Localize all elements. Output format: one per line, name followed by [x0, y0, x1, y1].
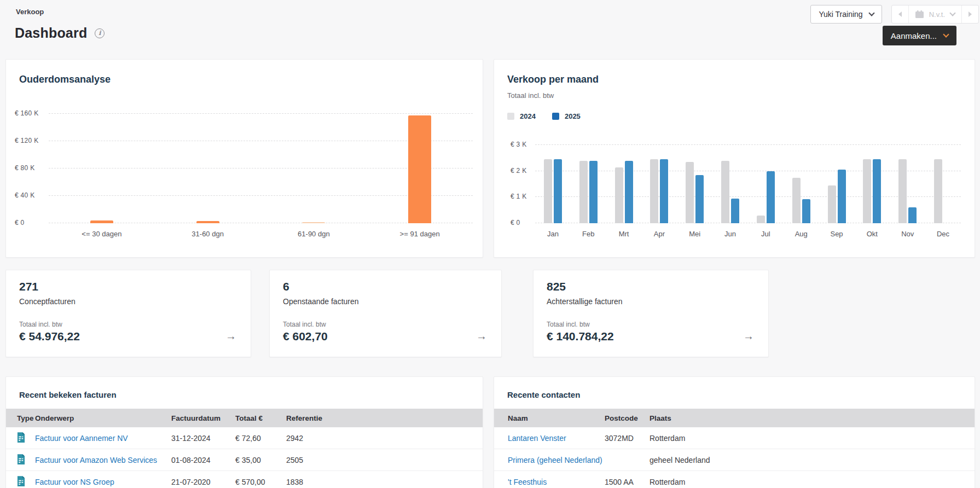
chart-bar-2024-Jan[interactable]: [544, 159, 552, 223]
x-axis-label-Sep: Sep: [819, 230, 855, 238]
chevron-right-icon: [969, 11, 972, 17]
chart-bar-2024-Feb[interactable]: [579, 161, 588, 223]
chart-bar-2025-Jul[interactable]: [767, 171, 775, 223]
type-cell: [6, 476, 35, 488]
chart-bar-2025-Jun[interactable]: [731, 199, 739, 223]
legend-item-2024: 2024: [507, 112, 536, 120]
chart-bar-2025-Mrt[interactable]: [625, 161, 633, 223]
x-axis-label-Jul: Jul: [748, 230, 784, 238]
column-header-Naam: Naam: [494, 414, 605, 422]
invoice-total-cell: € 72,60: [235, 434, 286, 443]
invoice-reference-cell: 2942: [286, 434, 483, 443]
bar-group->= 91 dagen: [367, 114, 473, 223]
company-selector-button[interactable]: Yuki Training: [810, 5, 882, 24]
x-axis-label-31-60 dgn: 31-60 dgn: [155, 230, 261, 238]
x-axis-label-61-90 dgn: 61-90 dgn: [261, 230, 367, 238]
column-header-Type: Type: [6, 414, 35, 422]
chart-bar-2024-Apr[interactable]: [650, 159, 658, 223]
chevron-down-icon: [868, 10, 874, 16]
chart-bar-2024-Nov[interactable]: [898, 159, 907, 223]
chart-bar-2025-Nov[interactable]: [908, 207, 917, 223]
period-next-button[interactable]: [961, 5, 978, 23]
invoice-date-cell: 31-12-2024: [171, 434, 235, 443]
chart-bar-2024-Aug[interactable]: [792, 178, 801, 223]
create-button[interactable]: Aanmaken...: [883, 26, 956, 45]
type-cell: [6, 432, 35, 444]
chart-bar-2025-Aug[interactable]: [802, 199, 810, 223]
create-button-label: Aanmaken...: [891, 31, 937, 40]
invoices-table-body: Factuur voor Aannemer NV31-12-2024€ 72,6…: [6, 427, 483, 488]
chart-bar-2025-Jan[interactable]: [554, 159, 562, 223]
chart-bar-2025-Apr[interactable]: [660, 159, 668, 223]
stat-amount: € 54.976,22: [19, 330, 237, 343]
bar-group-31-60 dgn: [155, 114, 261, 223]
bar-group-<= 30 dagen: [49, 114, 155, 223]
chart-bar-2024-Sep[interactable]: [828, 185, 836, 223]
period-selector-button[interactable]: N.v.t.: [908, 5, 961, 23]
period-prev-button[interactable]: [892, 5, 908, 23]
arrow-right-icon[interactable]: →: [743, 330, 754, 342]
x-axis-label-Jun: Jun: [712, 230, 748, 238]
recent-invoices-card: Recent bekeken facturen TypeOnderwerpFac…: [5, 376, 483, 488]
monthly-chart-title: Verkoop per maand: [507, 74, 599, 85]
stat-label: Conceptfacturen: [19, 297, 237, 306]
x-axis-label-Aug: Aug: [784, 230, 819, 238]
contact-place-cell: Rotterdam: [650, 478, 975, 486]
invoice-link[interactable]: Factuur voor Amazon Web Services: [35, 456, 157, 464]
bar-group-Jun: [712, 145, 748, 223]
info-icon[interactable]: i: [95, 28, 105, 38]
bar-group-Mei: [677, 145, 712, 223]
period-selector-label: N.v.t.: [929, 10, 945, 19]
chart-bar-2025-Sep[interactable]: [838, 170, 846, 223]
bar-group-Jan: [535, 145, 571, 223]
chart-bar-2025-Feb[interactable]: [589, 161, 598, 223]
breadcrumb: Verkoop: [16, 8, 44, 16]
monthly-chart-x-axis: JanFebMrtAprMeiJunJulAugSepOktNovDec: [535, 230, 961, 238]
arrow-right-icon[interactable]: →: [225, 330, 236, 342]
chart-bar-2024-Mei[interactable]: [686, 162, 694, 223]
bar-group-Okt: [854, 145, 890, 223]
contact-link[interactable]: 't Feesthuis: [508, 478, 547, 486]
invoice-total-cell: € 570,00: [235, 478, 286, 486]
x-axis-label-Nov: Nov: [890, 230, 925, 238]
table-row: Primera (geheel Nederland)geheel Nederla…: [494, 449, 975, 471]
legend-swatch-icon: [552, 113, 559, 120]
chart-bar-2024-Mrt[interactable]: [615, 167, 623, 223]
contact-name-cell: Primera (geheel Nederland): [494, 456, 605, 464]
stat-count: 6: [283, 280, 488, 293]
chart-bar-2024-Jul[interactable]: [757, 216, 765, 223]
invoice-date-cell: 21-07-2020: [171, 478, 235, 486]
calendar-icon: [915, 10, 924, 18]
chart-bar-2025-Mei[interactable]: [695, 175, 704, 223]
bar-group-Mrt: [606, 145, 642, 223]
chart-bar-61-90 dgn[interactable]: [302, 222, 325, 223]
stat-label: Openstaande facturen: [283, 297, 488, 306]
x-axis-label->= 91 dagen: >= 91 dagen: [367, 230, 473, 238]
stat-card-1: 6Openstaande facturenTotaal incl. btw€ 6…: [269, 270, 502, 357]
monthly-chart-legend: 20242025: [507, 112, 581, 120]
chart-bar-2024-Jun[interactable]: [721, 161, 729, 223]
chart-bar-2024-Dec[interactable]: [934, 159, 942, 223]
period-selector-group: N.v.t.: [891, 5, 979, 24]
y-axis-tick-label: € 160 K: [15, 109, 48, 117]
contact-link[interactable]: Lantaren Venster: [508, 434, 566, 443]
stat-count: 825: [547, 280, 755, 293]
tables-row: Recent bekeken facturen TypeOnderwerpFac…: [5, 376, 975, 488]
invoice-link[interactable]: Factuur voor Aannemer NV: [35, 434, 128, 443]
contact-link[interactable]: Primera (geheel Nederland): [508, 456, 602, 464]
chart-bar-2025-Okt[interactable]: [873, 159, 881, 223]
chart-bar-2024-Okt[interactable]: [863, 159, 871, 223]
chart-bar-31-60 dgn[interactable]: [196, 221, 219, 224]
contact-place-cell: Rotterdam: [650, 434, 975, 443]
x-axis-label-<= 30 dagen: <= 30 dagen: [49, 230, 155, 238]
invoice-link[interactable]: Factuur voor NS Groep: [35, 478, 114, 486]
bar-group-61-90 dgn: [261, 114, 367, 223]
arrow-right-icon[interactable]: →: [476, 330, 487, 342]
chart-bar-<= 30 dagen[interactable]: [90, 220, 113, 223]
column-header-Plaats: Plaats: [650, 414, 975, 422]
bar-group-Nov: [890, 145, 925, 223]
table-row: Factuur voor Amazon Web Services01-08-20…: [6, 449, 483, 471]
invoice-total-cell: € 35,00: [235, 456, 286, 464]
x-axis-label-Dec: Dec: [925, 230, 961, 238]
chart-bar->= 91 dagen[interactable]: [408, 115, 431, 223]
